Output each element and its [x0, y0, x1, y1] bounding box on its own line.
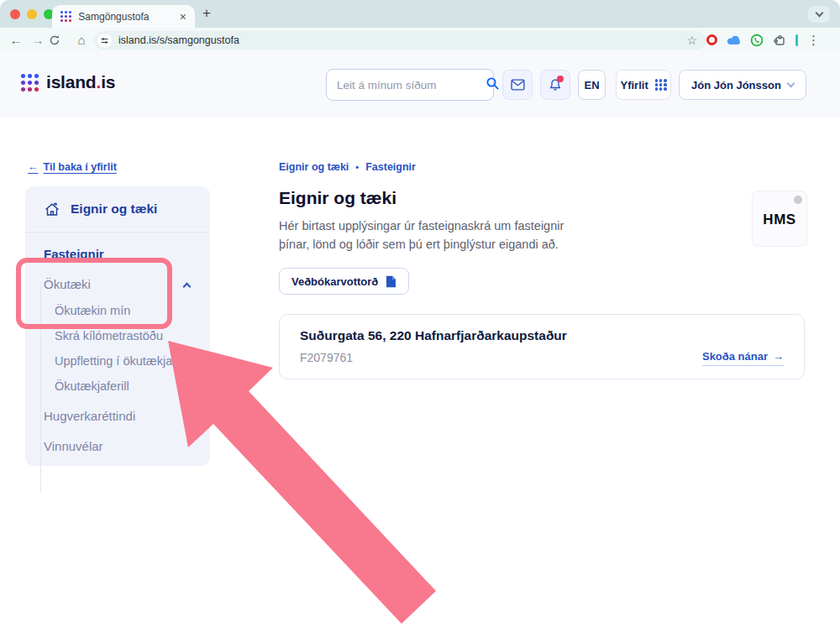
hms-logo-text: HMS	[753, 212, 806, 228]
hms-logo-card: HMS	[753, 191, 806, 246]
document-icon	[386, 275, 396, 288]
browser-window: Samgöngustofa × + ← → ⌂ island.is/s/samg…	[0, 0, 840, 643]
sidebar-item-okutaekjaferill[interactable]: Ökutækjaferill	[55, 379, 192, 395]
breadcrumb-separator: •	[355, 162, 359, 172]
close-window-button[interactable]	[10, 9, 20, 19]
view-details-link[interactable]: Skoða nánar →	[702, 350, 784, 366]
notification-dot	[557, 76, 564, 82]
search-box	[326, 69, 494, 101]
logo-text: island.is	[46, 72, 115, 92]
mail-button[interactable]	[502, 70, 533, 100]
overview-label: Yfirlit	[621, 79, 648, 91]
sidebar-item-fasteignir[interactable]: Fasteignir	[44, 246, 192, 263]
chevron-down-icon	[787, 79, 795, 87]
sidebar-item-hugverkarettindi[interactable]: Hugverkaréttindi	[44, 408, 192, 425]
back-to-overview-link[interactable]: ← Til baka í yfirlit	[28, 161, 117, 173]
breadcrumb: Eignir og tæki • Fasteignir	[279, 161, 416, 173]
sidebar-item-uppfletting[interactable]: Uppfletting í ökutækjaskrá	[55, 353, 192, 369]
property-title: Suðurgata 56, 220 Hafnarfjarðarkaupstaðu…	[300, 328, 567, 343]
browser-menu-icon[interactable]: ⋮	[807, 33, 820, 48]
property-card: Suðurgata 56, 220 Hafnarfjarðarkaupstaðu…	[279, 314, 805, 379]
forward-icon[interactable]: →	[27, 33, 49, 47]
back-arrow-icon: ←	[28, 161, 39, 173]
notifications-button[interactable]	[540, 70, 570, 100]
grid-icon	[655, 79, 667, 91]
minimize-window-button[interactable]	[27, 9, 37, 19]
tab-strip: Samgöngustofa × +	[0, 0, 840, 28]
language-label: EN	[584, 79, 599, 91]
tab-search-button[interactable]	[808, 6, 830, 23]
breadcrumb-item[interactable]: Eignir og tæki	[279, 161, 349, 173]
sidepanel-extension-icon[interactable]	[795, 34, 798, 46]
reload-icon[interactable]	[49, 34, 71, 46]
mortgage-certificate-button[interactable]: Veðbókarvottorð	[279, 268, 409, 295]
island-is-logo[interactable]: island.is	[21, 72, 115, 92]
sidebar-sublist: Ökutækin mín Skrá kílómetrastöðu Uppflet…	[55, 303, 192, 395]
adblock-extension-icon[interactable]	[706, 34, 717, 45]
sidebar-module-label: Eignir og tæki	[71, 201, 157, 217]
sidebar-item-vinnuvelar[interactable]: Vinnuvélar	[44, 438, 192, 455]
logo-dots-icon	[21, 74, 39, 91]
back-icon[interactable]: ←	[5, 33, 27, 47]
browser-toolbar: ← → ⌂ island.is/s/samgongustofa ☆	[0, 28, 840, 52]
page-title: Eignir og tæki	[279, 188, 396, 208]
mail-icon	[511, 79, 525, 91]
nav-guide-line	[40, 283, 41, 493]
extensions-puzzle-icon[interactable]	[773, 34, 786, 47]
house-icon	[44, 201, 60, 217]
cloud-extension-icon[interactable]	[727, 35, 741, 45]
user-menu-button[interactable]: Jón Jón Jónsson	[679, 70, 806, 100]
sidebar-item-okutaekin-min[interactable]: Ökutækin mín	[55, 303, 192, 319]
property-id: F2079761	[300, 351, 353, 364]
new-tab-button[interactable]: +	[202, 5, 211, 22]
sidebar-nav: Eignir og tæki Fasteignir Ökutæki Ökutæk…	[25, 186, 210, 466]
search-icon[interactable]	[486, 76, 500, 94]
sidebar-item-skra-kilometrastodu[interactable]: Skrá kílómetrastöðu	[55, 328, 192, 344]
browser-tab[interactable]: Samgöngustofa ×	[52, 5, 195, 28]
arrow-right-icon: →	[773, 350, 784, 363]
language-button[interactable]: EN	[578, 70, 606, 100]
site-settings-icon[interactable]	[97, 34, 112, 48]
user-name: Jón Jón Jónsson	[691, 79, 781, 91]
overview-button[interactable]: Yfirlit	[616, 70, 671, 100]
page-description: Hér birtast upplýsingar úr fasteignaskrá…	[279, 217, 596, 254]
breadcrumb-item[interactable]: Fasteignir	[365, 161, 416, 173]
sidebar-item-okutaeki[interactable]: Ökutæki	[44, 276, 192, 293]
close-tab-icon[interactable]: ×	[180, 10, 186, 24]
url-text: island.is/s/samgongustofa	[118, 34, 680, 46]
island-is-page: island.is EN Yfirlit Jón Jón Jónsson	[0, 52, 840, 643]
extension-icons: ⋮	[706, 33, 820, 48]
tab-title: Samgöngustofa	[78, 11, 172, 23]
search-input[interactable]	[337, 79, 486, 91]
chevron-up-icon[interactable]	[183, 282, 192, 290]
whatsapp-extension-icon[interactable]	[750, 34, 764, 47]
sidebar-nav-list: Fasteignir Ökutæki Ökutækin mín Skrá kíl…	[25, 233, 210, 455]
bookmark-star-icon[interactable]: ☆	[686, 34, 697, 47]
island-favicon-icon	[60, 11, 71, 22]
sidebar-module-header[interactable]: Eignir og tæki	[25, 186, 210, 233]
address-bar[interactable]: island.is/s/samgongustofa ☆	[94, 31, 706, 50]
window-controls	[10, 9, 54, 19]
home-icon[interactable]: ⌂	[71, 33, 92, 47]
info-badge-icon[interactable]	[794, 196, 802, 204]
